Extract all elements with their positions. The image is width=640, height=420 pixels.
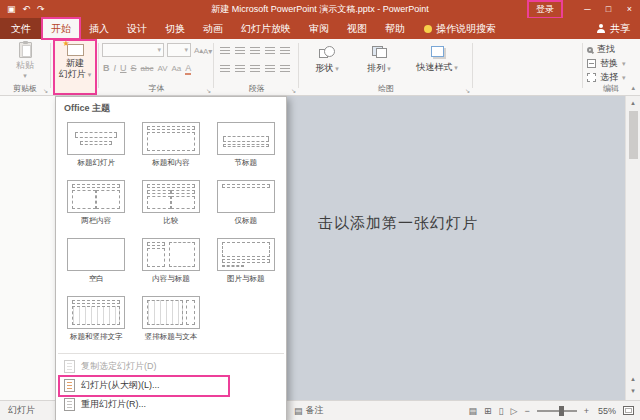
normal-view-button[interactable]: ▤ bbox=[469, 406, 478, 416]
collapse-ribbon-icon[interactable]: ▴ bbox=[631, 84, 635, 92]
zoom-in-button[interactable]: + bbox=[584, 406, 589, 416]
numbering-icon[interactable] bbox=[235, 47, 245, 55]
slide-sorter-view-button[interactable]: ⊞ bbox=[484, 406, 492, 416]
zoom-slider[interactable] bbox=[537, 410, 577, 412]
notes-button[interactable]: ▤ 备注 bbox=[294, 404, 324, 417]
font-size-combo[interactable]: ▾ bbox=[167, 43, 191, 57]
undo-icon[interactable]: ↶ bbox=[23, 4, 31, 14]
indent-increase-icon[interactable] bbox=[265, 47, 275, 55]
shapes-button[interactable]: 形状▾ bbox=[304, 46, 350, 75]
change-case-button[interactable]: Aa bbox=[172, 64, 182, 73]
minimize-button[interactable]: ─ bbox=[577, 0, 598, 18]
tell-me-search[interactable]: 操作说明搜索 bbox=[414, 18, 506, 39]
layout-option-two-content[interactable]: 两栏内容 bbox=[59, 175, 134, 233]
font-name-combo[interactable]: ▾ bbox=[102, 43, 164, 57]
indent-decrease-icon[interactable] bbox=[250, 47, 260, 55]
share-button[interactable]: 共享 bbox=[586, 18, 640, 39]
fit-slide-button[interactable] bbox=[623, 406, 634, 415]
arrange-button[interactable]: 排列▾ bbox=[356, 46, 402, 75]
layout-option-title-slide[interactable]: 标题幻灯片 bbox=[59, 117, 134, 175]
tab-animations[interactable]: 动画 bbox=[194, 18, 232, 39]
zoom-percentage[interactable]: 55% bbox=[596, 406, 616, 416]
tab-home[interactable]: 开始 bbox=[42, 18, 80, 39]
dialog-launcher-icon[interactable]: ↘ bbox=[43, 87, 48, 94]
close-button[interactable]: × bbox=[619, 0, 640, 18]
layout-option-vertical-title-and-text[interactable]: 竖排标题与文本 bbox=[134, 291, 209, 349]
redo-icon[interactable]: ↷ bbox=[37, 4, 45, 14]
new-slide-label-line1: 新建 bbox=[66, 58, 84, 69]
layout-thumbnail bbox=[142, 180, 200, 213]
layout-label: 图片与标题 bbox=[227, 274, 265, 284]
zoom-out-button[interactable]: − bbox=[524, 406, 529, 416]
menu-item-duplicate-selected-slides[interactable]: 复制选定幻灯片(D) bbox=[56, 357, 286, 376]
share-label: 共享 bbox=[610, 22, 630, 36]
scroll-up-icon[interactable]: ▴ bbox=[626, 99, 640, 107]
menu-item-reuse-slides[interactable]: 重用幻灯片(R)... bbox=[56, 395, 286, 414]
menu-item-slides-from-outline[interactable]: 幻灯片(从大纲)(L)... bbox=[56, 376, 286, 395]
tab-view[interactable]: 视图 bbox=[338, 18, 376, 39]
align-left-icon[interactable] bbox=[220, 65, 230, 73]
align-right-icon[interactable] bbox=[250, 65, 260, 73]
dialog-launcher-icon[interactable]: ↘ bbox=[206, 87, 211, 94]
reading-view-button[interactable]: ▯ bbox=[499, 406, 504, 416]
notes-label: 备注 bbox=[306, 404, 324, 417]
layout-option-title-only[interactable]: 仅标题 bbox=[208, 175, 283, 233]
shadow-button[interactable]: S bbox=[131, 63, 137, 73]
layout-label: 内容与标题 bbox=[152, 274, 190, 284]
bold-button[interactable]: B bbox=[103, 63, 110, 73]
layout-option-section-header[interactable]: 节标题 bbox=[208, 117, 283, 175]
layout-thumbnail bbox=[142, 122, 200, 155]
layout-option-comparison[interactable]: 比较 bbox=[134, 175, 209, 233]
duplicate-slide-icon bbox=[64, 360, 75, 373]
font-color-button[interactable]: A bbox=[185, 64, 191, 75]
tab-transitions[interactable]: 切换 bbox=[156, 18, 194, 39]
dialog-launcher-icon[interactable]: ↘ bbox=[291, 87, 296, 94]
layout-thumbnail bbox=[67, 180, 125, 213]
tab-slideshow[interactable]: 幻灯片放映 bbox=[232, 18, 300, 39]
select-icon bbox=[587, 73, 596, 82]
underline-button[interactable]: U bbox=[120, 63, 127, 73]
character-spacing-button[interactable]: AV bbox=[157, 64, 167, 73]
align-center-icon[interactable] bbox=[235, 65, 245, 73]
layout-option-title-and-vertical-text[interactable]: 标题和竖排文字 bbox=[59, 291, 134, 349]
justify-icon[interactable] bbox=[265, 65, 275, 73]
save-icon[interactable]: ▣ bbox=[7, 4, 16, 14]
statusbar-right: ▤ ⊞ ▯ ▷ − + 55% bbox=[469, 406, 640, 416]
layout-thumbnail bbox=[67, 122, 125, 155]
previous-slide-button[interactable]: ▴ bbox=[626, 375, 640, 383]
tell-me-label: 操作说明搜索 bbox=[436, 22, 496, 36]
layout-option-content-with-caption[interactable]: 内容与标题 bbox=[134, 233, 209, 291]
sign-in-button[interactable]: 登录 bbox=[529, 2, 561, 17]
paste-button[interactable]: 粘贴 ▾ bbox=[7, 42, 43, 79]
quick-styles-button[interactable]: 快速样式▾ bbox=[406, 46, 468, 74]
layout-thumbnail bbox=[217, 238, 275, 271]
layout-option-title-and-content[interactable]: 标题和内容 bbox=[134, 117, 209, 175]
shrink-font-icon[interactable]: A▾ bbox=[203, 47, 212, 56]
vertical-scrollbar[interactable]: ▴ ▴ ▾ bbox=[625, 96, 640, 400]
italic-button[interactable]: I bbox=[114, 63, 117, 73]
line-spacing-icon[interactable] bbox=[280, 47, 290, 55]
bullets-icon[interactable] bbox=[220, 47, 230, 55]
replace-icon bbox=[587, 59, 596, 68]
tab-review[interactable]: 审阅 bbox=[300, 18, 338, 39]
columns-icon[interactable] bbox=[280, 65, 290, 73]
zoom-slider-thumb[interactable] bbox=[559, 406, 564, 416]
next-slide-button[interactable]: ▾ bbox=[626, 387, 640, 395]
grow-font-icon[interactable]: A▴ bbox=[194, 46, 203, 55]
tab-file[interactable]: 文件 bbox=[0, 18, 42, 39]
slideshow-button[interactable]: ▷ bbox=[511, 406, 518, 416]
dialog-launcher-icon[interactable]: ↘ bbox=[465, 87, 470, 94]
layout-option-picture-with-caption[interactable]: 图片与标题 bbox=[208, 233, 283, 291]
star-icon: ★ bbox=[63, 40, 70, 48]
maximize-button[interactable]: □ bbox=[598, 0, 619, 18]
layout-option-blank[interactable]: 空白 bbox=[59, 233, 134, 291]
click-to-add-slide-text[interactable]: 击以添加第一张幻灯片 bbox=[318, 214, 478, 233]
find-button[interactable]: 查找 bbox=[587, 43, 615, 56]
tab-insert[interactable]: 插入 bbox=[80, 18, 118, 39]
scrollbar-thumb[interactable] bbox=[629, 111, 638, 159]
new-slide-button[interactable]: ★ 新建 幻灯片 ▾ bbox=[55, 41, 95, 93]
strikethrough-button[interactable]: abc bbox=[141, 64, 154, 73]
tab-design[interactable]: 设计 bbox=[118, 18, 156, 39]
tab-help[interactable]: 帮助 bbox=[376, 18, 414, 39]
replace-button[interactable]: 替换 ▾ bbox=[587, 57, 626, 70]
